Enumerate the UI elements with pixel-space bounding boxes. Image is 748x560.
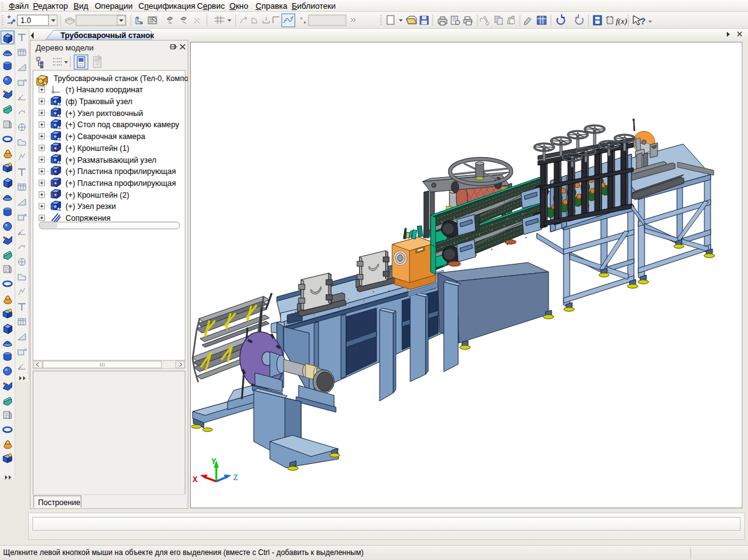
svg-text:Трубосварочный станок: Трубосварочный станок [60,31,155,40]
svg-text:?: ? [640,16,646,26]
svg-text:Z: Z [233,473,238,483]
svg-text:Построение: Построение [38,498,80,507]
svg-text:Y: Y [211,457,216,466]
svg-text:X: X [193,475,198,485]
svg-text:f(x): f(x) [616,16,627,26]
svg-text:1.0: 1.0 [21,16,31,25]
